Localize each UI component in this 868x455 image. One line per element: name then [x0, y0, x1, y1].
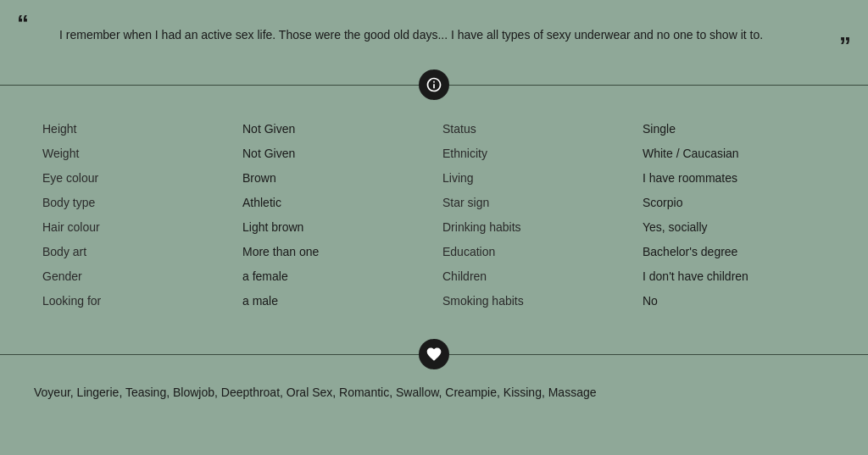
info-row: a female: [242, 264, 426, 289]
left-values-col: Not GivenNot GivenBrownAthleticLight bro…: [234, 117, 434, 314]
info-grid: HeightWeightEye colourBody typeHair colo…: [34, 117, 834, 314]
info-row: White / Caucasian: [643, 141, 826, 166]
info-value: White / Caucasian: [643, 145, 739, 163]
right-labels-col: StatusEthnicityLivingStar signDrinking h…: [434, 117, 634, 314]
info-label: Star sign: [442, 194, 519, 212]
info-row: More than one: [242, 240, 426, 264]
info-value: No: [643, 292, 658, 310]
info-row: Gender: [42, 264, 225, 289]
info-label: Height: [42, 120, 119, 138]
info-value: Brown: [242, 169, 276, 187]
info-label: Weight: [42, 145, 119, 163]
info-row: Light brown: [242, 215, 426, 240]
info-label: Looking for: [42, 292, 119, 310]
info-row: Looking for: [42, 289, 225, 314]
info-label: Status: [442, 120, 519, 138]
divider-line-right: [449, 85, 868, 86]
info-label: Smoking habits: [442, 292, 524, 310]
info-row: Ethnicity: [442, 141, 626, 166]
left-labels-col: HeightWeightEye colourBody typeHair colo…: [34, 117, 234, 314]
info-row: Education: [442, 240, 626, 264]
interests-text: Voyeur, Lingerie, Teasing, Blowjob, Deep…: [34, 383, 834, 402]
info-row: Hair colour: [42, 215, 225, 240]
info-label: Living: [442, 169, 519, 187]
info-label: Ethnicity: [442, 145, 519, 163]
info-value: Athletic: [242, 194, 281, 212]
right-values-col: SingleWhite / CaucasianI have roommatesS…: [634, 117, 834, 314]
quote-close-mark: ”: [839, 34, 851, 58]
info-value: a female: [242, 268, 288, 286]
info-value: Single: [643, 120, 676, 138]
info-row: Scorpio: [643, 191, 826, 215]
interests-section: Voyeur, Lingerie, Teasing, Blowjob, Deep…: [0, 369, 868, 419]
info-value: Bachelor's degree: [643, 243, 737, 261]
info-row: Body art: [42, 240, 225, 264]
info-value: Light brown: [242, 219, 303, 236]
heart-divider: [0, 339, 868, 369]
info-label: Eye colour: [42, 169, 119, 187]
info-row: Not Given: [242, 117, 426, 141]
info-label: Children: [442, 268, 519, 286]
info-value: More than one: [242, 243, 319, 261]
info-row: Bachelor's degree: [643, 240, 826, 264]
info-value: Yes, socially: [643, 219, 708, 236]
info-row: Eye colour: [42, 166, 225, 191]
info-divider: [0, 69, 868, 100]
info-row: Athletic: [242, 191, 426, 215]
info-row: Body type: [42, 191, 225, 215]
info-row: Yes, socially: [643, 215, 826, 240]
info-value: Scorpio: [643, 194, 682, 212]
info-value: a male: [242, 292, 278, 310]
info-label: Body art: [42, 243, 119, 261]
quote-text: I remember when I had an active sex life…: [25, 17, 834, 53]
quote-open-mark: “: [17, 12, 29, 36]
info-row: a male: [242, 289, 426, 314]
info-row: Brown: [242, 166, 426, 191]
info-row: Not Given: [242, 141, 426, 166]
info-row: I don't have children: [643, 264, 826, 289]
info-row: Star sign: [442, 191, 626, 215]
info-row: Living: [442, 166, 626, 191]
info-icon-circle: [419, 69, 449, 100]
info-label: Body type: [42, 194, 119, 212]
heart-icon-circle: [419, 339, 449, 369]
info-label: Drinking habits: [442, 219, 521, 236]
info-row: Height: [42, 117, 225, 141]
info-row: Status: [442, 117, 626, 141]
info-value: I don't have children: [643, 268, 748, 286]
info-value: Not Given: [242, 145, 295, 163]
quote-section: “ I remember when I had an active sex li…: [0, 0, 868, 69]
info-row: Single: [643, 117, 826, 141]
info-row: Drinking habits: [442, 215, 626, 240]
info-icon: [426, 76, 442, 93]
info-row: Smoking habits: [442, 289, 626, 314]
info-row: Weight: [42, 141, 225, 166]
info-label: Hair colour: [42, 219, 119, 236]
info-row: I have roommates: [643, 166, 826, 191]
info-label: Gender: [42, 268, 119, 286]
info-value: Not Given: [242, 120, 295, 138]
info-value: I have roommates: [643, 169, 737, 187]
info-row: No: [643, 289, 826, 314]
divider-heart-line-left: [0, 354, 419, 355]
info-section: HeightWeightEye colourBody typeHair colo…: [0, 108, 868, 330]
divider-line-left: [0, 85, 419, 86]
info-row: Children: [442, 264, 626, 289]
info-label: Education: [442, 243, 519, 261]
heart-icon: [426, 346, 442, 363]
divider-heart-line-right: [449, 354, 868, 355]
